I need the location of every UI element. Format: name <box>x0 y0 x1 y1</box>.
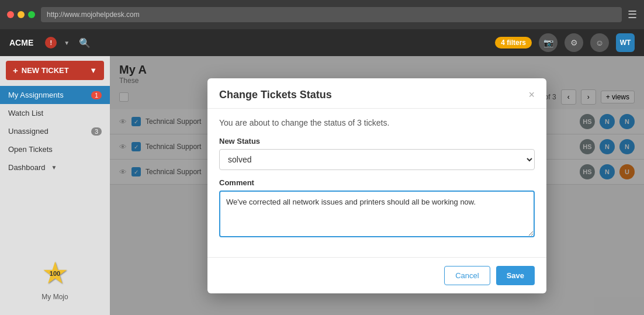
plus-icon: + <box>13 65 18 75</box>
address-bar[interactable]: http://www.mojohelpdesk.com <box>41 7 622 22</box>
sidebar-item-dashboard-label: Dashboard <box>8 163 46 172</box>
unassigned-badge: 3 <box>91 127 102 136</box>
save-button[interactable]: Save <box>496 266 535 285</box>
sidebar-item-watch-list-label: Watch List <box>8 109 43 117</box>
comment-field-group: Comment We've corrected all network issu… <box>219 178 535 240</box>
modal-title: Change Tickets Status <box>219 89 332 101</box>
sidebar-item-unassigned-label: Unassigned <box>8 127 49 136</box>
browser-menu-icon[interactable]: ☰ <box>628 8 637 21</box>
dashboard-chevron-icon: ▼ <box>51 164 57 171</box>
sidebar-item-open-tickets[interactable]: Open Tickets <box>0 140 110 158</box>
my-mojo-label: My Mojo <box>41 293 68 301</box>
nav-alert-chevron: ▼ <box>64 40 70 46</box>
sidebar-item-my-assignments-label: My Assignments <box>8 91 64 99</box>
sidebar-item-my-assignments[interactable]: My Assignments 1 <box>0 86 110 104</box>
star-badge: ★ 100 <box>41 255 69 290</box>
modal: Change Tickets Status × You are about to… <box>207 78 546 293</box>
url-text: http://www.mojohelpdesk.com <box>47 11 140 19</box>
mojo-section: ★ 100 My Mojo <box>0 246 110 310</box>
my-assignments-badge: 1 <box>91 91 102 99</box>
nav-alert-button[interactable]: ! <box>45 37 57 49</box>
modal-body: You are about to change the status of 3 … <box>207 109 546 257</box>
app: ACME ! ▼ 🔍 4 filters 📷 ⚙ ☺ WT + NEW TICK… <box>0 29 644 315</box>
star-number: 100 <box>50 270 60 277</box>
close-window-dot[interactable] <box>7 11 14 18</box>
nav-camera-button[interactable]: 📷 <box>539 33 558 52</box>
content-area: My A These 1 - 3 of 3 ‹ › + views 👁 ✓ Te… <box>110 56 644 315</box>
new-ticket-button[interactable]: + NEW TICKET ▼ <box>6 61 104 80</box>
window-controls <box>7 11 35 18</box>
nav-settings-button[interactable]: ⚙ <box>565 33 583 52</box>
maximize-window-dot[interactable] <box>28 11 35 18</box>
sidebar-item-dashboard[interactable]: Dashboard ▼ <box>0 158 110 176</box>
sidebar-item-open-tickets-label: Open Tickets <box>8 145 53 154</box>
main-area: + NEW TICKET ▼ My Assignments 1 Watch Li… <box>0 56 644 315</box>
sidebar: + NEW TICKET ▼ My Assignments 1 Watch Li… <box>0 56 110 315</box>
modal-overlay: Change Tickets Status × You are about to… <box>110 56 644 315</box>
filters-badge[interactable]: 4 filters <box>495 37 532 49</box>
modal-header: Change Tickets Status × <box>207 78 546 109</box>
sidebar-item-unassigned[interactable]: Unassigned 3 <box>0 122 110 140</box>
status-field-group: New Status open solved closed pending <box>219 137 535 170</box>
comment-label: Comment <box>219 178 535 187</box>
new-ticket-label: NEW TICKET <box>22 66 69 75</box>
cancel-button[interactable]: Cancel <box>444 266 490 285</box>
top-nav: ACME ! ▼ 🔍 4 filters 📷 ⚙ ☺ WT <box>0 29 644 56</box>
modal-subtitle: You are about to change the status of 3 … <box>219 118 535 127</box>
new-status-label: New Status <box>219 137 535 146</box>
modal-footer: Cancel Save <box>207 257 546 293</box>
modal-close-button[interactable]: × <box>528 89 535 100</box>
new-ticket-chevron: ▼ <box>89 66 97 75</box>
nav-brand: ACME <box>9 38 33 47</box>
comment-textarea[interactable]: We've corrected all network issues and p… <box>219 191 535 237</box>
nav-avatar[interactable]: WT <box>616 33 635 52</box>
status-select[interactable]: open solved closed pending <box>219 149 535 170</box>
sidebar-item-watch-list[interactable]: Watch List <box>0 104 110 122</box>
search-icon[interactable]: 🔍 <box>79 37 91 49</box>
minimize-window-dot[interactable] <box>18 11 25 18</box>
browser-chrome: http://www.mojohelpdesk.com ☰ <box>0 0 644 29</box>
nav-user-button[interactable]: ☺ <box>590 33 609 52</box>
